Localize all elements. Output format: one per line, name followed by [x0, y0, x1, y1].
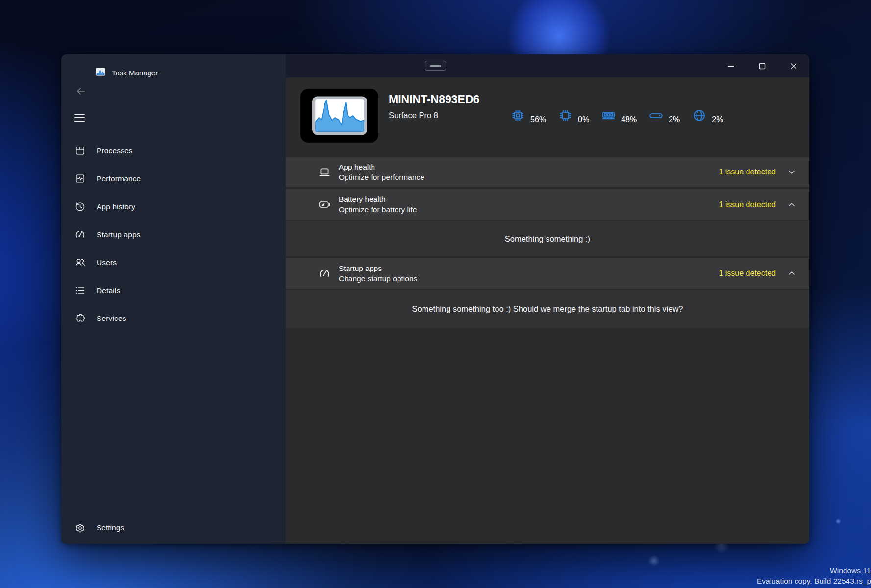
battery-health-row[interactable]: Battery health Optimize for battery life… — [286, 189, 809, 220]
section-subtitle: Change startup options — [339, 274, 417, 283]
sidebar-item-label: Details — [97, 286, 120, 295]
chevron-down-icon[interactable] — [787, 167, 796, 177]
gear-icon — [74, 522, 86, 534]
stat-cpu: 56% — [510, 108, 546, 125]
gauge-icon — [74, 229, 86, 241]
services-puzzle-icon — [74, 313, 86, 324]
navigation-menu-button[interactable] — [71, 108, 91, 127]
section-title: App health — [339, 163, 424, 172]
section-title: Battery health — [339, 195, 417, 204]
detail-message: Something something too :) Should we mer… — [412, 304, 683, 314]
cpu-usage-value: 56% — [530, 115, 546, 124]
sidebar-item-settings[interactable]: Settings — [61, 514, 286, 541]
sidebar-item-users[interactable]: Users — [61, 248, 286, 276]
detail-message: Something something :) — [505, 234, 590, 244]
watermark-line1: Windows 11 P — [757, 565, 871, 576]
sidebar-item-startup-apps[interactable]: Startup apps — [61, 220, 286, 248]
titlebar-drag-handle[interactable] — [425, 61, 446, 71]
gpu-icon — [558, 108, 573, 125]
app-title-row: Task Manager — [96, 68, 158, 78]
section-subtitle: Optimize for performance — [339, 173, 424, 182]
issue-status-badge: 1 issue detected — [719, 269, 776, 278]
history-icon — [74, 201, 86, 213]
device-model: Surface Pro 8 — [389, 111, 438, 120]
sidebar-item-performance[interactable]: Performance — [61, 165, 286, 193]
evaluation-watermark: Windows 11 P Evaluation copy. Build 2254… — [757, 565, 871, 586]
back-button[interactable] — [72, 83, 90, 99]
watermark-line2: Evaluation copy. Build 22543.rs_pre — [757, 576, 871, 586]
cpu-icon — [510, 108, 525, 125]
issue-status-badge: 1 issue detected — [719, 200, 776, 209]
laptop-icon — [318, 166, 331, 178]
sidebar-item-details[interactable]: Details — [61, 276, 286, 304]
sidebar-item-services[interactable]: Services — [61, 304, 286, 332]
performance-icon — [74, 173, 86, 185]
window-title: Task Manager — [112, 69, 158, 77]
users-icon — [74, 257, 86, 269]
bokeh-dot — [835, 518, 841, 524]
task-manager-window: Task Manager Processes — [61, 54, 809, 544]
chevron-up-icon[interactable] — [787, 200, 796, 210]
maximize-button[interactable] — [747, 54, 778, 77]
close-button[interactable] — [778, 54, 809, 77]
sidebar-item-label: Performance — [97, 174, 141, 183]
gpu-usage-value: 0% — [578, 115, 589, 124]
settings-label: Settings — [97, 523, 124, 532]
chevron-up-icon[interactable] — [787, 269, 796, 278]
stat-network: 2% — [692, 108, 723, 125]
disk-usage-value: 2% — [669, 115, 680, 124]
stat-memory: 48% — [601, 108, 637, 125]
health-pane: MININT-N893ED6 Surface Pro 8 56% — [286, 77, 809, 544]
section-title: Startup apps — [339, 264, 417, 273]
sidebar-item-processes[interactable]: Processes — [61, 137, 286, 165]
startup-apps-row[interactable]: Startup apps Change startup options 1 is… — [286, 258, 809, 289]
sidebar-item-label: Services — [97, 314, 126, 323]
network-usage-value: 2% — [712, 115, 723, 124]
sidebar-item-label: Startup apps — [97, 230, 141, 239]
sidebar: Task Manager Processes — [61, 54, 286, 544]
sidebar-nav: Processes Performance — [61, 137, 286, 332]
device-name: MININT-N893ED6 — [389, 93, 479, 106]
minimize-button[interactable] — [715, 54, 747, 77]
processes-icon — [74, 145, 86, 157]
battery-leaf-icon — [318, 198, 331, 211]
sidebar-item-label: Processes — [97, 147, 133, 155]
memory-icon — [601, 108, 616, 125]
bokeh-dot — [648, 555, 660, 566]
window-controls — [715, 54, 809, 77]
stat-disk: 2% — [648, 108, 680, 125]
startup-apps-detail: Something something too :) Should we mer… — [286, 290, 809, 328]
details-list-icon — [74, 285, 86, 296]
issue-status-badge: 1 issue detected — [719, 168, 776, 176]
gauge-icon — [318, 267, 331, 280]
task-manager-hero-icon — [300, 89, 378, 143]
sidebar-item-label: Users — [97, 258, 117, 267]
task-manager-app-icon — [96, 68, 105, 78]
app-health-row[interactable]: App health Optimize for performance 1 is… — [286, 157, 809, 187]
sidebar-item-label: App history — [97, 202, 135, 211]
resource-stats: 56% 0% — [510, 108, 735, 125]
sidebar-item-app-history[interactable]: App history — [61, 193, 286, 220]
disk-icon — [648, 108, 664, 125]
network-globe-icon — [692, 108, 707, 125]
stat-gpu: 0% — [558, 108, 589, 125]
section-subtitle: Optimize for battery life — [339, 205, 417, 214]
battery-health-detail: Something something :) — [286, 221, 809, 256]
memory-usage-value: 48% — [621, 115, 637, 124]
